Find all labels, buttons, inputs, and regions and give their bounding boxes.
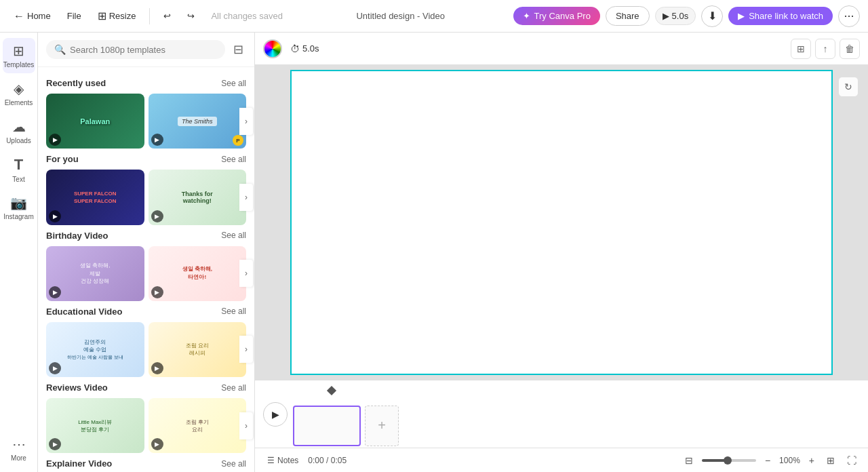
play-icon: ▶ — [663, 11, 669, 21]
thanks-text: Thanks forwatching! — [182, 191, 213, 204]
birthday-section-header: Birthday Video See all — [46, 231, 246, 241]
resize-button[interactable]: ⊞ Resize — [92, 7, 142, 25]
marker-diamond — [327, 385, 336, 395]
birthday-scroll-right[interactable]: › — [239, 260, 253, 287]
educational-title: Educational Video — [46, 307, 122, 317]
resize-label: Resize — [109, 11, 136, 21]
share-link-icon: ▶ — [738, 11, 745, 21]
for-you-title: For you — [46, 154, 79, 164]
template-card-edu1[interactable]: 김연주의예술 수업하반기는 예술 사람을 보내 ▶ — [46, 322, 144, 377]
edu1-text: 김연주의예술 수업하반기는 예술 사람을 보내 — [67, 338, 123, 361]
download-button[interactable]: ⬇ — [701, 5, 723, 27]
templates-scroll[interactable]: Recently used See all Palawan ▶ The Smit… — [38, 67, 254, 472]
add-element-button[interactable]: ↑ — [815, 39, 835, 59]
educational-see-all[interactable]: See all — [221, 307, 246, 316]
add-scene-icon: + — [378, 418, 386, 433]
play-time-button[interactable]: ▶ 5.0s — [655, 7, 696, 25]
uploads-icon: ☁ — [12, 119, 26, 135]
home-button[interactable]: ← Home — [8, 7, 56, 25]
explainer-see-all[interactable]: See all — [221, 459, 246, 469]
sidebar-item-instagram[interactable]: 📷 Instagram — [3, 190, 35, 225]
timer-value: 5.0s — [302, 43, 319, 54]
fit-button[interactable]: ⊞ — [823, 453, 838, 468]
more-sidebar-icon: ⋯ — [12, 436, 26, 452]
zoom-out-button[interactable]: − — [762, 453, 774, 468]
nav-divider-1 — [149, 8, 150, 24]
sidebar-item-text[interactable]: T Text — [3, 152, 35, 187]
timeline: ▶ + — [255, 380, 868, 448]
timeline-play-button[interactable]: ▶ — [263, 402, 288, 427]
template-card-smiths[interactable]: The Smiths ▶ P — [149, 94, 247, 149]
add-scene-button[interactable]: + — [365, 406, 399, 446]
scene-frame-1[interactable] — [293, 406, 361, 446]
share-button[interactable]: Share — [606, 6, 650, 26]
color-picker[interactable] — [263, 39, 282, 58]
search-input[interactable] — [70, 45, 217, 55]
delete-button[interactable]: 🗑 — [840, 39, 860, 59]
sidebar-item-uploads[interactable]: ☁ Uploads — [3, 114, 35, 149]
undo-button[interactable]: ↩ — [158, 8, 176, 24]
canvas-frame[interactable]: ↻ — [290, 70, 833, 375]
add-grid-button[interactable]: ⊞ — [791, 39, 811, 59]
canvas-toolbar: ⏱ 5.0s ⊞ ↑ 🗑 — [255, 33, 868, 65]
template-card-bday2[interactable]: 생일 축하해,타연아! ▶ — [149, 246, 247, 301]
share-label: Share — [616, 11, 639, 21]
notes-button[interactable]: ☰ Notes — [263, 454, 302, 467]
templates-panel: 🔍 ⊟ Recently used See all Palawan ▶ The … — [38, 33, 255, 472]
canvas-main[interactable]: ↻ — [255, 65, 868, 380]
sidebar-item-templates[interactable]: ⊞ Templates — [3, 38, 35, 73]
undo-icon: ↩ — [163, 11, 171, 21]
grid-view-button[interactable]: ⊟ — [682, 453, 696, 468]
reviews-see-all[interactable]: See all — [221, 383, 246, 393]
sidebar-item-elements[interactable]: ◈ Elements — [3, 76, 35, 111]
template-card-bday1[interactable]: 생일 축하해,제발건강 성장해 ▶ — [46, 246, 144, 301]
sidebar-item-more-label: More — [11, 454, 26, 462]
reviews-scroll-right[interactable]: › — [239, 412, 253, 439]
educational-section-header: Educational Video See all — [46, 307, 246, 317]
template-card-rev1[interactable]: Little Max리뷰분당점 후기 ▶ — [46, 398, 144, 453]
zoom-slider[interactable] — [702, 459, 756, 462]
sidebar-item-uploads-label: Uploads — [6, 137, 31, 144]
for-you-scroll-right[interactable]: › — [239, 184, 253, 211]
palawan-play-icon: ▶ — [49, 134, 61, 146]
for-you-see-all[interactable]: See all — [221, 155, 246, 164]
search-icon: 🔍 — [54, 44, 66, 55]
fullscreen-button[interactable]: ⛶ — [844, 453, 860, 468]
rev2-text: 조림 후기요리 — [186, 418, 209, 433]
edu2-text: 조림 요리레시피 — [186, 342, 209, 357]
timeline-marker — [328, 387, 335, 393]
document-title: Untitled design - Video — [294, 11, 508, 21]
template-card-thanks[interactable]: Thanks forwatching! ▶ — [149, 170, 247, 224]
zoom-in-button[interactable]: + — [806, 453, 818, 468]
recently-used-see-all[interactable]: See all — [221, 79, 246, 88]
template-card-falcon[interactable]: SUPER FALCONSUPER FALCON ▶ — [46, 170, 144, 224]
template-card-edu2[interactable]: 조림 요리레시피 ▶ — [149, 322, 247, 377]
birthday-see-all[interactable]: See all — [221, 231, 246, 240]
file-button[interactable]: File — [62, 8, 87, 24]
edu1-play-icon: ▶ — [49, 362, 61, 374]
top-navigation: ← Home File ⊞ Resize ↩ ↪ All changes sav… — [0, 0, 868, 33]
try-pro-button[interactable]: ✦ Try Canva Pro — [513, 7, 600, 25]
canvas-refresh-button[interactable]: ↻ — [838, 77, 859, 97]
canvas-toolbar-right: ⊞ ↑ 🗑 — [791, 39, 860, 59]
download-icon: ⬇ — [708, 9, 717, 22]
smiths-text: The Smiths — [178, 117, 217, 126]
bottom-right-controls: ⊟ − 100% + ⊞ ⛶ — [682, 453, 860, 468]
more-options-button[interactable]: ··· — [838, 5, 860, 27]
notes-label: Notes — [277, 456, 298, 465]
sidebar-item-more[interactable]: ⋯ More — [3, 431, 35, 467]
filter-button[interactable]: ⊟ — [231, 39, 246, 60]
elements-icon: ◈ — [14, 81, 24, 97]
educational-scroll-right[interactable]: › — [239, 336, 253, 363]
home-icon: ← — [14, 10, 24, 22]
bday1-text: 생일 축하해,제발건강 성장해 — [80, 262, 110, 285]
template-card-rev2[interactable]: 조림 후기요리 ▶ — [149, 398, 247, 453]
template-card-palawan[interactable]: Palawan ▶ — [46, 94, 144, 149]
redo-button[interactable]: ↪ — [182, 8, 200, 24]
palawan-text: Palawan — [80, 117, 110, 125]
panel-search-area: 🔍 ⊟ — [38, 33, 254, 67]
share-link-button[interactable]: ▶ Share link to watch — [728, 7, 833, 25]
recently-used-scroll-right[interactable]: › — [239, 108, 253, 135]
main-layout: ⊞ Templates ◈ Elements ☁ Uploads T Text … — [0, 33, 868, 472]
reviews-title: Reviews Video — [46, 382, 108, 393]
